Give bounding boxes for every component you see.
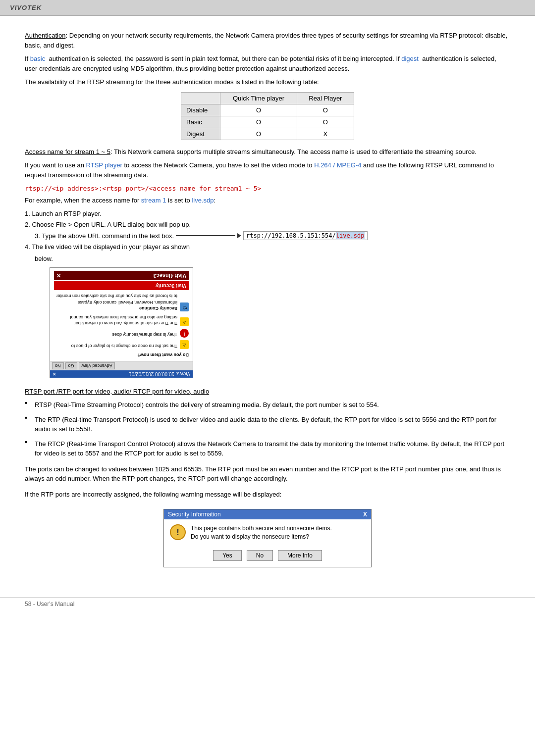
arrow-head (237, 233, 241, 238)
access-name-heading: Access name for stream 1 ~ 5 (25, 148, 110, 155)
dialog-item3-text: The The set site of security. And view o… (70, 314, 177, 326)
dialog-close-icon[interactable]: ✕ (53, 371, 56, 377)
table-header-realplayer: Real Player (297, 92, 354, 104)
table-row: Digest O X (181, 128, 354, 140)
warning-dialog-titlebar: Security Information X (164, 509, 371, 519)
rtsp-port-heading-text: RTSP port /RTP port for video, audio/ RT… (25, 388, 209, 395)
table-header-empty (181, 92, 220, 104)
rtsp-port-heading: RTSP port /RTP port for video, audio/ RT… (25, 387, 510, 397)
warning-intro-text: If the RTP ports are incorrectly assigne… (25, 490, 510, 500)
warning-no-button[interactable]: No (247, 550, 273, 561)
dialog-content: Do you want them now? ⚠ The set the no o… (50, 268, 193, 361)
dialog-red-bar1: Visit 3ecurity (54, 281, 189, 290)
dialog-item1-text: The set the no once on change is to play… (71, 343, 177, 350)
table-cell-digest-qt: O (220, 128, 297, 140)
step3-line: 3. Type the above URL command in the tex… (35, 231, 510, 240)
step3-text: 3. Type the above URL command in the tex… (35, 232, 174, 240)
warning-dialog-buttons: Yes No More Info (164, 546, 371, 567)
rtsp-bullet-list: RTSP (Real-Time Streaming Protocol) cont… (25, 400, 510, 458)
rtsp-url: rtsp://<ip address>:<rtsp port>/<access … (25, 184, 510, 194)
auth-heading: Authentication (25, 32, 65, 39)
dialog-question: Do you want them now? (54, 352, 189, 358)
table-cell-disable-qt: O (220, 104, 297, 116)
rtsp-player-link[interactable]: RTSP player (86, 161, 122, 169)
livesdp-link[interactable]: live.sdp (192, 197, 214, 204)
step4-below: below. (35, 254, 510, 264)
auth-detail: If basic authentication is selected, the… (25, 54, 510, 73)
table-cell-basic-rp: O (297, 116, 354, 128)
example-text: For example, when the access name for st… (25, 196, 510, 205)
dialog-item1-icon: ⚠ (180, 340, 189, 349)
brand-logo: VIVOTEK (10, 4, 42, 11)
arrow-body (176, 235, 235, 236)
dialog-item4-text: Security Continue information. However, … (56, 293, 177, 311)
dialog-item4-icon: 🛡 (180, 302, 189, 311)
dialog-titlebar: Views: 10:00:00 2011/02/01 ✕ (50, 370, 193, 378)
dialog-no-button[interactable]: No (52, 362, 64, 369)
bullet1: RTSP (Real-Time Streaming Protocol) cont… (25, 400, 510, 410)
warning-yes-button[interactable]: Yes (213, 550, 242, 561)
avail-text: The availability of the RTSP streaming f… (25, 77, 510, 87)
dialog-go-button[interactable]: Go (65, 362, 77, 369)
warning-dialog-close[interactable]: X (363, 511, 367, 518)
h264-link[interactable]: H.264 / MPEG-4 (314, 161, 361, 169)
bullet2: The RTP (Real-time Transport Protocol) i… (25, 415, 510, 434)
dialog-toolbar: Advanced View Go No (50, 361, 193, 370)
dialog-item1: ⚠ The set the no once on change is to pl… (54, 340, 189, 349)
dialog-item3-icon: ⚠ (180, 317, 189, 326)
footer: 58 - User's Manual (0, 597, 535, 610)
table-cell-basic: Basic (181, 116, 220, 128)
url-example-box: rtsp://192.168.5.151:554/live.sdp (243, 231, 367, 240)
warning-icon: ! (170, 524, 186, 540)
content-area: Authentication: Depending on your networ… (0, 16, 535, 597)
dialog-dark-bar-close[interactable]: ✕ (56, 272, 61, 279)
step2: 2. Choose File > Open URL. A URL dialog … (25, 220, 510, 230)
table-cell-disable: Disable (181, 104, 220, 116)
auth-intro: Authentication: Depending on your networ… (25, 31, 510, 50)
dialog-item2-icon: ! (180, 329, 189, 338)
header: VIVOTEK (0, 0, 535, 16)
step1: 1. Launch an RTSP player. (25, 209, 510, 219)
bullet3: The RTCP (Real-time Transport Control Pr… (25, 439, 510, 458)
dialog-item2: ! They is step share//security does (54, 329, 189, 338)
dialog-title: Views: 10:00:00 2011/02/01 (129, 371, 190, 377)
warning-dialog-text: This page contains both secure and nonse… (191, 524, 365, 541)
table-cell-basic-qt: O (220, 116, 297, 128)
dialog-item2-text: They is step share//security does (112, 332, 177, 338)
basic-link[interactable]: basic (30, 55, 45, 62)
dialog-item3: ⚠ The The set site of security. And view… (54, 314, 189, 326)
warning-moreinfo-button[interactable]: More Info (278, 550, 322, 561)
dialog-dark-bar-text: Visit 4lnsec3 (154, 272, 186, 279)
warning-dialog-container: Security Information X ! This page conta… (25, 509, 510, 567)
table-cell-digest: Digest (181, 128, 220, 140)
warning-dialog-title: Security Information (168, 511, 221, 518)
digest-link[interactable]: digest (401, 55, 419, 62)
warning-text-line1: This page contains both secure and nonse… (191, 524, 365, 533)
table-row: Disable O O (181, 104, 354, 116)
table-header-quicktime: Quick Time player (220, 92, 297, 104)
warning-dialog-body: ! This page contains both secure and non… (164, 519, 371, 546)
rtsp-player-text: If you want to use an RTSP player to acc… (25, 160, 510, 180)
table-cell-digest-rp: X (297, 128, 354, 140)
access-name-intro: Access name for stream 1 ~ 5: This Netwo… (25, 147, 510, 157)
url-highlight: live.sdp (336, 232, 365, 239)
auth-table: Quick Time player Real Player Disable O … (181, 92, 354, 140)
warning-dialog: Security Information X ! This page conta… (163, 509, 372, 567)
footer-text: 58 - User's Manual (25, 601, 74, 607)
dialog-dark-bar: Visit 4lnsec3 ✕ (54, 271, 189, 280)
page-wrapper: VIVOTEK Authentication: Depending on you… (0, 0, 535, 610)
table-row: Basic O O (181, 116, 354, 128)
table-cell-disable-rp: O (297, 104, 354, 116)
ports-change-text: The ports can be changed to values betwe… (25, 464, 510, 484)
dialog-item4: 🛡 Security Continue information. However… (54, 293, 189, 311)
rtsp-dialog-screenshot: Views: 10:00:00 2011/02/01 ✕ Advanced Vi… (50, 267, 193, 378)
step4: 4. The live video will be displayed in y… (25, 242, 510, 252)
dialog-advview-button[interactable]: Advanced View (79, 362, 115, 369)
stream1-link[interactable]: stream 1 (141, 197, 166, 204)
warning-text-line2: Do you want to display the nonsecure ite… (191, 533, 365, 541)
url-base: rtsp://192.168.5.151:554/ (246, 232, 336, 239)
